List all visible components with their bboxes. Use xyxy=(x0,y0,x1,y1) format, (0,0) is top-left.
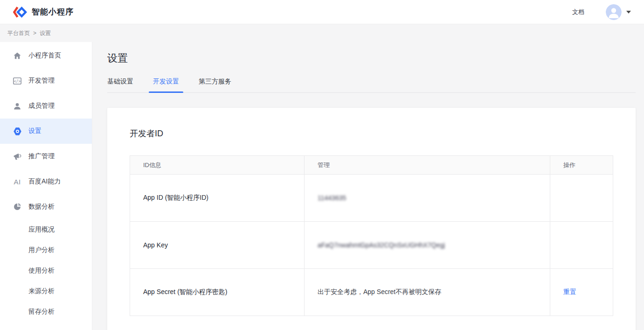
column-header-id-info: ID信息 xyxy=(130,156,305,175)
sidebar-item-baidu-ai[interactable]: AI 百度AI能力 xyxy=(0,169,92,194)
column-header-manage: 管理 xyxy=(305,156,550,175)
docs-link[interactable]: 文档 xyxy=(572,8,584,16)
breadcrumb-separator: > xyxy=(33,30,36,36)
tab-third-party[interactable]: 第三方服务 xyxy=(199,77,231,92)
sidebar-subitem-label: 应用概况 xyxy=(28,225,55,234)
app-secret-value-cell: 出于安全考虑，App Secret不再被明文保存 xyxy=(305,269,550,316)
breadcrumb-platform-home[interactable]: 平台首页 xyxy=(7,29,30,37)
ai-icon: AI xyxy=(12,178,22,186)
sidebar-item-label: 成员管理 xyxy=(28,102,55,110)
app-secret-label: App Secret (智能小程序密匙) xyxy=(130,269,305,316)
code-icon: </> xyxy=(12,77,22,84)
sidebar-item-promotion[interactable]: 推广管理 xyxy=(0,144,92,169)
pie-chart-icon xyxy=(12,203,22,211)
avatar[interactable] xyxy=(606,4,622,20)
developer-id-table: ID信息 管理 操作 App ID (智能小程序ID) 11443635 xyxy=(130,155,613,316)
sidebar-item-data-analysis[interactable]: 数据分析 xyxy=(0,194,92,219)
sidebar: 小程序首页 </> 开发管理 成员管理 xyxy=(0,42,92,330)
reset-secret-link[interactable]: 重置 xyxy=(563,288,576,295)
app-id-value-blurred: 11443635 xyxy=(318,194,346,202)
app-id-label: App ID (智能小程序ID) xyxy=(130,175,305,222)
sidebar-subitem-label: 使用分析 xyxy=(28,267,55,275)
sidebar-subitem-label: 留存分析 xyxy=(28,308,55,316)
table-row-app-id: App ID (智能小程序ID) 11443635 xyxy=(130,175,613,222)
home-icon xyxy=(12,52,22,59)
table-row-app-key: App Key aFaQ7nwahmtGpAs32CQnSxUGHhX7Qegj xyxy=(130,222,613,269)
card-heading: 开发者ID xyxy=(130,108,613,140)
breadcrumb-current: 设置 xyxy=(40,29,51,37)
table-row-app-secret: App Secret (智能小程序密匙) 出于安全考虑，App Secret不再… xyxy=(130,269,613,316)
app-secret-action-cell: 重置 xyxy=(550,269,613,316)
developer-id-card: 开发者ID ID信息 管理 操作 App ID (智能小程序ID) 114436… xyxy=(107,108,636,330)
sidebar-item-label: 小程序首页 xyxy=(28,51,61,60)
table-header-row: ID信息 管理 操作 xyxy=(130,156,613,175)
tab-dev-settings[interactable]: 开发设置 xyxy=(153,77,179,92)
app-logo[interactable]: 智能小程序 xyxy=(13,6,74,18)
sidebar-subitem-user-analysis[interactable]: 用户分析 xyxy=(0,240,92,260)
settings-icon xyxy=(12,127,22,135)
settings-tabs: 基础设置 开发设置 第三方服务 xyxy=(107,77,636,93)
sidebar-subitem-source-analysis[interactable]: 来源分析 xyxy=(0,281,92,302)
sidebar-subitem-app-overview[interactable]: 应用概况 xyxy=(0,219,92,240)
app-key-value-blurred: aFaQ7nwahmtGpAs32CQnSxUGHhX7Qegj xyxy=(318,241,445,249)
sidebar-item-label: 百度AI能力 xyxy=(28,177,61,186)
smart-program-logo-icon xyxy=(13,6,27,18)
page-title: 设置 xyxy=(107,51,636,65)
app-id-value-cell: 11443635 xyxy=(305,175,550,222)
sidebar-subitem-retention-analysis[interactable]: 留存分析 xyxy=(0,302,92,322)
app-key-action-cell xyxy=(550,222,613,269)
app-id-action-cell xyxy=(550,175,613,222)
sidebar-item-label: 数据分析 xyxy=(28,203,55,211)
column-header-action: 操作 xyxy=(550,156,613,175)
chevron-down-icon[interactable] xyxy=(626,11,631,14)
svg-text:</>: </> xyxy=(14,79,21,83)
sidebar-item-label: 设置 xyxy=(28,127,42,135)
sidebar-subitem-usage-analysis[interactable]: 使用分析 xyxy=(0,260,92,281)
sidebar-subitem-label: 用户分析 xyxy=(28,246,55,254)
app-title: 智能小程序 xyxy=(32,7,74,17)
main-content: 设置 基础设置 开发设置 第三方服务 开发者ID ID信息 管理 操作 App … xyxy=(92,42,644,330)
sidebar-item-settings[interactable]: 设置 xyxy=(0,119,92,144)
app-key-value-cell: aFaQ7nwahmtGpAs32CQnSxUGHhX7Qegj xyxy=(305,222,550,269)
sidebar-subitem-label: 来源分析 xyxy=(28,287,55,295)
member-icon xyxy=(12,103,22,110)
breadcrumb: 平台首页 > 设置 xyxy=(0,24,644,42)
tab-basic-settings[interactable]: 基础设置 xyxy=(107,77,133,92)
sidebar-item-members[interactable]: 成员管理 xyxy=(0,93,92,119)
megaphone-icon xyxy=(12,153,22,160)
sidebar-item-home[interactable]: 小程序首页 xyxy=(0,43,92,68)
user-menu[interactable] xyxy=(606,4,631,20)
sidebar-item-label: 开发管理 xyxy=(28,77,55,85)
sidebar-item-label: 推广管理 xyxy=(28,152,55,161)
sidebar-item-dev-manage[interactable]: </> 开发管理 xyxy=(0,68,92,93)
app-key-label: App Key xyxy=(130,222,305,269)
top-header: 智能小程序 文档 xyxy=(0,0,644,24)
